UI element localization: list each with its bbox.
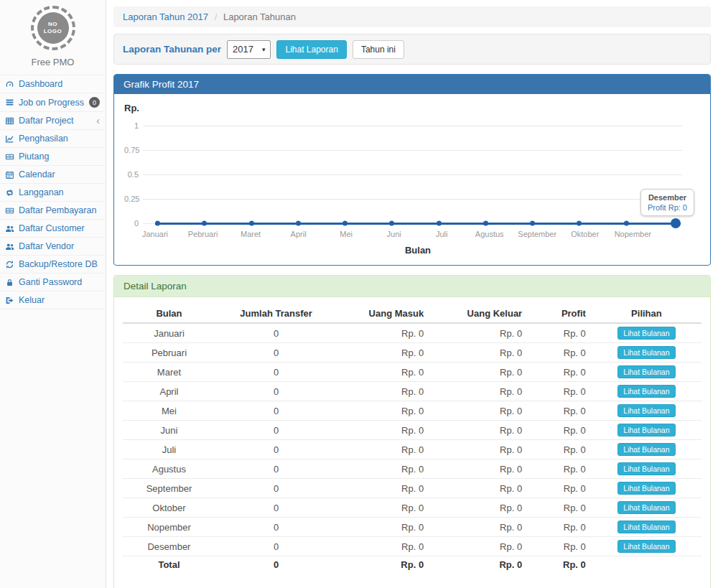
year-select[interactable]: 2017 ▾ <box>227 40 271 59</box>
view-report-button[interactable]: Lihat Laporan <box>276 40 346 59</box>
cell-uang-keluar: Rp. 0 <box>429 401 528 421</box>
cell-pilihan: Lihat Bulanan <box>592 363 701 382</box>
view-monthly-button[interactable]: Lihat Bulanan <box>617 424 675 437</box>
sidebar-item-label: Daftar Customer <box>19 223 85 233</box>
cell-uang-masuk: Rp. 0 <box>337 537 429 556</box>
data-point-juli[interactable] <box>437 221 442 226</box>
view-monthly-button[interactable]: Lihat Bulanan <box>617 462 675 475</box>
sidebar-item-label: Daftar Vendor <box>19 241 74 251</box>
calendar-icon <box>5 170 15 179</box>
cell-uang-keluar: Rp. 0 <box>429 343 528 363</box>
sidebar-item-label: Daftar Project <box>19 116 73 126</box>
cell-jumlah-transfer: 0 <box>215 440 337 459</box>
view-monthly-button[interactable]: Lihat Bulanan <box>617 327 675 340</box>
x-tick-label: Agustus <box>475 230 504 238</box>
sidebar-item-dashboard[interactable]: Dashboard <box>0 75 106 93</box>
cell-uang-masuk: Rp. 0 <box>337 363 429 382</box>
table-row: Agustus0Rp. 0Rp. 0Rp. 0Lihat Bulanan <box>123 459 701 479</box>
col-header-jumlah-transfer: Jumlah Transfer <box>215 304 337 323</box>
cell-bulan: Maret <box>123 363 215 382</box>
cell-uang-masuk: Rp. 0 <box>337 401 429 421</box>
sidebar-item-label: Keluar <box>19 295 45 305</box>
users-icon <box>5 224 15 233</box>
cell-pilihan: Lihat Bulanan <box>592 459 701 479</box>
sidebar-item-piutang[interactable]: Piutang <box>0 148 106 166</box>
cell-profit: Rp. 0 <box>528 479 592 498</box>
view-monthly-button[interactable]: Lihat Bulanan <box>617 385 675 398</box>
data-point-oktober[interactable] <box>577 221 582 226</box>
sidebar-item-daftar-project[interactable]: Daftar Project‹ <box>0 112 106 130</box>
x-tick-label: Oktober <box>571 230 599 238</box>
y-tick-label: 1 <box>124 121 143 130</box>
sidebar-item-label: Calendar <box>19 169 55 179</box>
table-row: April0Rp. 0Rp. 0Rp. 0Lihat Bulanan <box>123 382 701 401</box>
cell-bulan: Agustus <box>123 459 215 479</box>
data-point-januari[interactable] <box>155 221 160 226</box>
data-point-maret[interactable] <box>249 221 254 226</box>
view-monthly-button[interactable]: Lihat Bulanan <box>617 346 675 359</box>
x-tick-label: Juni <box>387 230 401 238</box>
cell-jumlah-transfer: 0 <box>215 363 337 382</box>
chevron-down-icon: ▾ <box>262 46 266 53</box>
cell-pilihan: Lihat Bulanan <box>592 498 701 518</box>
cell-profit: Rp. 0 <box>528 363 592 382</box>
view-monthly-button[interactable]: Lihat Bulanan <box>617 404 675 417</box>
sidebar-item-job-on-progress[interactable]: Job on Progress0 <box>0 93 106 112</box>
cell-uang-masuk: Rp. 0 <box>337 479 429 498</box>
view-monthly-button[interactable]: Lihat Bulanan <box>617 540 675 553</box>
brand: NO LOGO Free PMO <box>0 0 106 75</box>
x-tick-label: Juli <box>436 230 448 238</box>
sidebar-item-daftar-pembayaran[interactable]: Daftar Pembayaran <box>0 202 106 220</box>
cell-jumlah-transfer: 0 <box>215 537 337 556</box>
cell-uang-keluar: Rp. 0 <box>429 498 528 518</box>
data-point-mei[interactable] <box>342 221 348 226</box>
sidebar-item-label: Job on Progress <box>19 98 84 108</box>
table-row: Juli0Rp. 0Rp. 0Rp. 0Lihat Bulanan <box>123 440 701 459</box>
chevron-left-icon: ‹ <box>96 117 100 124</box>
x-tick-label: Nopember <box>615 230 651 238</box>
cell-bulan: Total <box>123 556 215 574</box>
gridline <box>143 150 682 151</box>
cell-jumlah-transfer: 0 <box>215 459 337 479</box>
data-point-september[interactable] <box>530 221 535 226</box>
sidebar-item-label: Backup/Restore DB <box>19 259 98 269</box>
cell-bulan: Pebruari <box>123 343 215 363</box>
sidebar-item-keluar[interactable]: Keluar <box>0 291 106 309</box>
sidebar-item-penghasilan[interactable]: Penghasilan <box>0 130 106 148</box>
col-header-profit: Profit <box>528 304 592 323</box>
view-monthly-button[interactable]: Lihat Bulanan <box>617 443 675 456</box>
sidebar-item-langganan[interactable]: Langganan <box>0 184 106 202</box>
cell-profit: Rp. 0 <box>528 498 592 518</box>
x-tick-label: September <box>518 230 556 238</box>
sidebar-item-backup-restore-db[interactable]: Backup/Restore DB <box>0 256 106 274</box>
cell-jumlah-transfer: 0 <box>215 401 337 421</box>
cell-profit: Rp. 0 <box>528 401 592 421</box>
cell-uang-masuk: Rp. 0 <box>337 556 429 574</box>
view-monthly-button[interactable]: Lihat Bulanan <box>617 501 675 514</box>
table-row: Nopember0Rp. 0Rp. 0Rp. 0Lihat Bulanan <box>123 518 701 537</box>
this-year-button[interactable]: Tahun ini <box>353 40 404 59</box>
cell-profit: Rp. 0 <box>528 556 592 574</box>
data-point-nopember[interactable] <box>624 221 629 226</box>
data-point-april[interactable] <box>296 221 301 226</box>
cell-jumlah-transfer: 0 <box>215 343 337 363</box>
sidebar-item-calendar[interactable]: Calendar <box>0 166 106 184</box>
data-point-desember[interactable] <box>671 218 681 228</box>
breadcrumb-link[interactable]: Laporan Tahun 2017 <box>123 11 208 22</box>
sidebar-item-daftar-vendor[interactable]: Daftar Vendor <box>0 238 106 256</box>
sidebar-item-label: Penghasilan <box>19 134 68 144</box>
data-point-juni[interactable] <box>389 221 394 226</box>
y-tick-label: 0.5 <box>124 170 143 179</box>
cell-bulan: Juli <box>123 440 215 459</box>
gridline-row: 0.75 <box>124 146 682 154</box>
report-table: Bulan Jumlah Transfer Uang Masuk Uang Ke… <box>123 304 701 574</box>
cell-jumlah-transfer: 0 <box>215 498 337 518</box>
data-point-pebruari[interactable] <box>202 221 207 226</box>
view-monthly-button[interactable]: Lihat Bulanan <box>617 521 675 533</box>
data-point-agustus[interactable] <box>483 221 488 226</box>
view-monthly-button[interactable]: Lihat Bulanan <box>617 365 675 378</box>
sidebar-item-ganti-password[interactable]: Ganti Password <box>0 274 106 291</box>
view-monthly-button[interactable]: Lihat Bulanan <box>617 482 675 495</box>
sidebar-item-daftar-customer[interactable]: Daftar Customer <box>0 220 106 238</box>
cell-uang-masuk: Rp. 0 <box>337 440 429 459</box>
